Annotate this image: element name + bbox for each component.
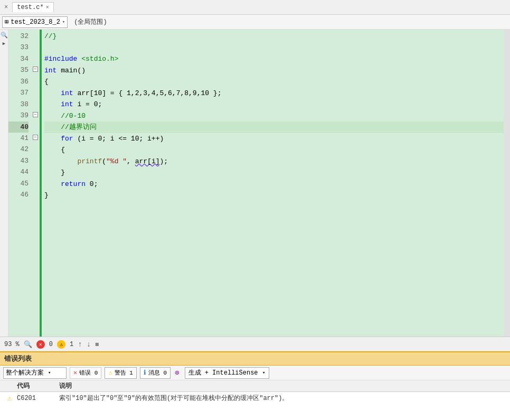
zoom-level: 93 % — [4, 341, 20, 348]
line-number-41: 41 — [8, 133, 29, 144]
warning-status-icon[interactable]: ⚠ — [57, 340, 65, 349]
col-header-code: 代码 — [15, 381, 57, 390]
scope-label: (全局范围) — [70, 17, 111, 26]
code-line-38[interactable]: int i = 0; — [44, 99, 504, 110]
token — [44, 110, 61, 122]
error-status-icon[interactable]: ✕ — [36, 340, 45, 349]
error-code-cell: C6201 — [15, 395, 57, 402]
code-line-43[interactable]: printf("%d ", arr[i]); — [44, 156, 504, 167]
token — [44, 99, 61, 110]
warning-count-label: 1 — [70, 341, 73, 348]
code-line-35[interactable]: int main() — [44, 65, 504, 77]
code-line-41[interactable]: for (i = 0; i <= 10; i++) — [44, 133, 504, 145]
line-number-46: 46 — [8, 189, 29, 200]
navigate-down-button[interactable]: ↓ — [87, 340, 91, 349]
code-line-44[interactable]: } — [44, 167, 504, 179]
fold-marker-39[interactable]: − — [33, 112, 38, 117]
build-dropdown-arrow: ▾ — [262, 370, 265, 376]
fold-slot-40 — [32, 120, 39, 132]
token: } — [44, 190, 49, 201]
token: main() — [61, 65, 86, 76]
code-line-45[interactable]: return 0; — [44, 179, 504, 190]
token: ( — [102, 156, 106, 167]
error-filter-button[interactable]: ✕ 错误 0 — [70, 367, 101, 379]
token — [44, 133, 61, 144]
line-number-40: 40 — [8, 122, 29, 133]
token — [77, 53, 81, 64]
token: arr[10] = { 1,2,3,4,5,6,7,8,9,10 }; — [73, 88, 222, 99]
code-editor[interactable]: //} #include <stdio.h>int main(){ int ar… — [42, 30, 504, 337]
navigate-up-button[interactable]: ↑ — [78, 340, 82, 349]
search-icon[interactable]: 🔍 — [1, 32, 8, 39]
token: ); — [159, 156, 168, 167]
code-line-37[interactable]: int arr[10] = { 1,2,3,4,5,6,7,8,9,10 }; — [44, 88, 504, 99]
line-number-39: 39 — [8, 110, 29, 121]
fold-column: −−− — [32, 30, 39, 337]
vertical-scrollbar[interactable] — [504, 30, 510, 337]
filter-dropdown-arrow: ▾ — [48, 370, 51, 376]
error-panel-title: 错误列表 — [0, 352, 510, 366]
code-line-46[interactable]: } — [44, 190, 504, 201]
line-number-37: 37 — [8, 87, 29, 98]
token — [44, 122, 61, 133]
warning-triangle-icon: ⚠ — [108, 369, 112, 377]
token: //越界访问 — [61, 122, 97, 133]
code-line-32[interactable]: //} — [44, 31, 504, 42]
dropdown-arrow-icon: ▾ — [62, 19, 65, 25]
code-line-42[interactable]: { — [44, 144, 504, 156]
filter-label: 整个解决方案 — [6, 368, 44, 377]
warning-row-icon: ⚠ — [0, 394, 15, 403]
build-intellisense-dropdown[interactable]: 生成 + IntelliSense ▾ — [185, 367, 269, 379]
filter-funnel-icon[interactable]: ⊗ — [175, 368, 179, 377]
error-panel-toolbar: 整个解决方案 ▾ ✕ 错误 0 ⚠ 警告 1 ℹ 消息 0 ⊗ 生成 + Int… — [0, 366, 510, 380]
code-line-34[interactable]: #include <stdio.h> — [44, 53, 504, 65]
info-circle-icon: ℹ — [144, 369, 146, 377]
zoom-icon[interactable]: 🔍 — [24, 340, 32, 349]
line-number-38: 38 — [8, 99, 29, 110]
token: int — [44, 65, 56, 76]
token: int — [61, 88, 73, 99]
line-number-42: 42 — [8, 144, 29, 155]
message-filter-button[interactable]: ℹ 消息 0 — [140, 367, 171, 379]
error-description-cell: 索引"10"超出了"0"至"9"的有效范围(对于可能在堆栈中分配的缓冲区"arr… — [57, 394, 510, 403]
status-bar: 93 % 🔍 ✕ 0 ⚠ 1 ↑ ↓ ◼ — [0, 337, 510, 351]
build-label: 生成 + IntelliSense — [188, 368, 258, 377]
nav-icon[interactable]: ▶ — [3, 41, 5, 46]
error-list-panel: 错误列表 整个解决方案 ▾ ✕ 错误 0 ⚠ 警告 1 ℹ 消息 0 ⊗ 生成 … — [0, 351, 510, 420]
error-btn-label: 错误 0 — [79, 369, 98, 377]
warning-filter-button[interactable]: ⚠ 警告 1 — [105, 367, 136, 379]
fold-slot-32 — [32, 30, 39, 41]
error-x-icon: ✕ — [73, 369, 77, 377]
fold-slot-36 — [32, 75, 39, 87]
editor-tab[interactable]: test.c* × — [12, 2, 53, 12]
token: (i = 0; i <= 10; i++) — [73, 133, 164, 144]
function-dropdown[interactable]: ⊞ test_2023_8_2 ▾ — [2, 16, 68, 28]
tab-close-button[interactable]: × — [46, 5, 49, 11]
col-header-description: 说明 — [57, 381, 510, 390]
window-close-button[interactable]: × — [2, 4, 10, 11]
solution-filter-dropdown[interactable]: 整个解决方案 ▾ — [3, 367, 67, 379]
code-line-36[interactable]: { — [44, 76, 504, 88]
code-line-40[interactable]: //越界访问 — [44, 122, 504, 133]
error-table-row[interactable]: ⚠C6201索引"10"超出了"0"至"9"的有效范围(对于可能在堆栈中分配的缓… — [0, 392, 510, 404]
toolbar-row: ⊞ test_2023_8_2 ▾ (全局范围) — [0, 15, 510, 30]
token: arr[i] — [135, 156, 160, 167]
fold-slot-34 — [32, 52, 39, 64]
code-line-33[interactable] — [44, 42, 504, 54]
token — [44, 88, 61, 99]
line-number-33: 33 — [8, 42, 29, 53]
fold-marker-35[interactable]: − — [33, 67, 38, 72]
line-number-34: 34 — [8, 53, 29, 64]
fold-marker-41[interactable]: − — [33, 135, 38, 140]
line-numbers: 323334353637383940414243444546 — [8, 30, 32, 337]
code-line-39[interactable]: //0-10 — [44, 110, 504, 122]
zoom-value: 93 % — [4, 341, 20, 348]
fold-slot-41: − — [32, 132, 39, 144]
token: for — [61, 133, 73, 144]
token: //} — [44, 31, 56, 42]
fold-slot-35: − — [32, 64, 39, 76]
filter-icon[interactable]: ◼ — [95, 340, 99, 348]
token: int — [61, 99, 73, 110]
dropdown-prefix-icon: ⊞ — [5, 18, 8, 26]
token: #include — [44, 53, 77, 64]
